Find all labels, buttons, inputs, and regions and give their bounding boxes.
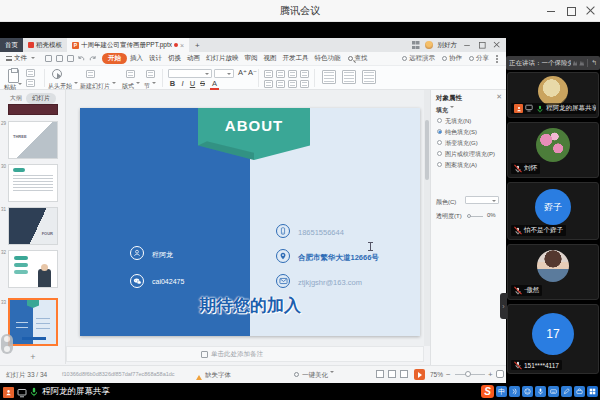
share-button[interactable]: 分享 xyxy=(469,54,489,63)
thumbnail-29[interactable]: THREE xyxy=(8,121,58,159)
handwriting-icon[interactable] xyxy=(561,386,572,397)
tab-close-icon[interactable]: × xyxy=(180,42,184,49)
radio-pattern-fill[interactable] xyxy=(437,162,442,167)
radio-solid-fill[interactable] xyxy=(437,129,442,134)
bullets-icon[interactable] xyxy=(264,70,273,78)
taskbar-grid-icon[interactable] xyxy=(587,386,598,397)
file-menu[interactable]: 文件 xyxy=(0,54,39,63)
voice-icon[interactable] xyxy=(509,386,520,397)
radio-no-fill[interactable] xyxy=(437,118,442,123)
menu-tab-design[interactable]: 设计 xyxy=(146,53,165,64)
tab-document[interactable]: P 十周年建公司宣传画册PPT.pptx × xyxy=(67,38,189,52)
picture-icon[interactable] xyxy=(362,70,376,84)
radio-picture-fill[interactable] xyxy=(437,151,442,156)
wps-maximize-icon[interactable] xyxy=(479,42,486,49)
menu-tab-features[interactable]: 特色功能 xyxy=(312,53,344,64)
font-color-button[interactable]: A xyxy=(210,79,219,90)
apps-grid-icon[interactable] xyxy=(412,41,420,49)
beautify-button[interactable]: 一键美化 xyxy=(302,371,334,380)
color-dropdown[interactable] xyxy=(465,196,499,204)
reading-view-icon[interactable] xyxy=(400,370,408,378)
collaborate-button[interactable]: 协作 xyxy=(442,54,462,63)
strike-button[interactable]: S xyxy=(198,79,207,88)
cut-icon[interactable] xyxy=(26,69,35,77)
normal-view-icon[interactable] xyxy=(376,370,384,378)
shapes-icon[interactable] xyxy=(342,70,356,84)
slides-tab[interactable]: 幻灯片 xyxy=(26,93,56,104)
wps-close-icon[interactable] xyxy=(494,42,501,49)
maximize-icon[interactable] xyxy=(566,6,576,16)
close-icon[interactable] xyxy=(586,6,596,16)
return-arrow-icon[interactable]: ↰ xyxy=(591,59,597,67)
print-icon[interactable] xyxy=(56,55,63,62)
mic-input-icon[interactable] xyxy=(535,386,546,397)
menu-tab-animation[interactable]: 动画 xyxy=(184,53,203,64)
font-grow-icon[interactable]: A⁺ xyxy=(238,68,247,77)
indent-icon[interactable] xyxy=(264,80,273,88)
thumbnail-30[interactable] xyxy=(8,164,58,202)
participant-tile[interactable]: 刘怀 xyxy=(507,122,599,178)
font-size-combo[interactable] xyxy=(214,69,234,78)
menu-tab-slideshow[interactable]: 幻灯片放映 xyxy=(203,53,242,64)
layout-icon[interactable] xyxy=(126,70,135,78)
font-shrink-icon[interactable]: A⁻ xyxy=(248,68,257,77)
sogou-icon[interactable]: S xyxy=(481,385,494,398)
zoom-slider-knob[interactable] xyxy=(465,371,471,377)
new-slide-icon[interactable] xyxy=(86,70,95,78)
zoom-in-button[interactable]: + xyxy=(488,370,493,379)
thumbnail-33-selected[interactable] xyxy=(8,298,58,346)
from-start-icon[interactable] xyxy=(52,69,62,79)
bold-button[interactable]: B xyxy=(168,79,177,88)
radio-gradient-fill[interactable] xyxy=(437,140,442,145)
menu-tab-view[interactable]: 视图 xyxy=(261,53,280,64)
notes-bar[interactable]: 单击此处添加备注 xyxy=(66,346,424,362)
numbering-icon[interactable] xyxy=(276,70,285,78)
italic-button[interactable]: I xyxy=(178,79,187,88)
slideshow-play-button[interactable] xyxy=(414,369,425,380)
participant-tile[interactable]: ·傲然 xyxy=(507,244,599,300)
align-right-icon[interactable] xyxy=(288,80,297,88)
section-icon[interactable] xyxy=(146,70,155,78)
find-command[interactable]: 查找 xyxy=(348,54,368,63)
menu-tab-home[interactable]: 开始 xyxy=(102,53,127,64)
menu-tab-developer[interactable]: 开发工具 xyxy=(280,53,312,64)
participant-tile[interactable]: 17 151****4117 xyxy=(507,304,599,374)
justify-icon[interactable] xyxy=(300,80,309,88)
sidebar-collapse-handle[interactable]: › xyxy=(500,293,507,319)
underline-button[interactable]: U xyxy=(188,79,197,88)
more-menu-icon[interactable] xyxy=(496,58,498,60)
undo-icon[interactable] xyxy=(78,55,85,62)
tab-template[interactable]: 稻壳模板 xyxy=(23,38,67,52)
thumbnail-31[interactable]: FOUR xyxy=(8,207,58,245)
thumbnail-partial[interactable] xyxy=(8,104,58,115)
fit-screen-icon[interactable] xyxy=(496,370,504,378)
menu-tab-insert[interactable]: 插入 xyxy=(127,53,146,64)
text-box-icon[interactable] xyxy=(322,70,336,84)
panel-close-icon[interactable]: ✕ xyxy=(496,93,502,101)
thumbnail-32[interactable] xyxy=(8,250,58,288)
tab-home[interactable]: 首页 xyxy=(0,38,23,52)
zoom-out-button[interactable]: − xyxy=(446,370,451,379)
input-method-icon[interactable]: 中 xyxy=(496,386,507,397)
remote-demo-button[interactable]: 远程演示 xyxy=(402,54,435,63)
minimize-icon[interactable] xyxy=(546,6,556,16)
paste-icon[interactable] xyxy=(8,69,19,83)
menu-tab-transition[interactable]: 切换 xyxy=(165,53,184,64)
save-icon[interactable] xyxy=(45,55,52,62)
participant-tile-sharer[interactable]: 程阿龙的屏幕共享 xyxy=(507,72,599,118)
toolbox-icon[interactable] xyxy=(574,386,585,397)
new-tab-button[interactable]: + xyxy=(189,38,206,52)
copy-icon[interactable] xyxy=(26,79,35,87)
font-name-combo[interactable] xyxy=(168,69,212,78)
add-slide-button[interactable]: + xyxy=(0,352,66,362)
line-spacing-icon[interactable] xyxy=(276,80,285,88)
keyboard-icon[interactable] xyxy=(548,386,559,397)
emoji-icon[interactable] xyxy=(522,386,533,397)
outline-tab[interactable]: 大纲 xyxy=(10,94,22,103)
align-center-icon[interactable] xyxy=(300,70,309,78)
page-nav-widget[interactable] xyxy=(1,334,13,354)
fill-section-label[interactable]: 填充 xyxy=(436,106,454,115)
menu-tab-review[interactable]: 审阅 xyxy=(242,53,261,64)
alpha-slider-knob[interactable] xyxy=(467,214,471,218)
wps-avatar[interactable] xyxy=(425,41,433,49)
